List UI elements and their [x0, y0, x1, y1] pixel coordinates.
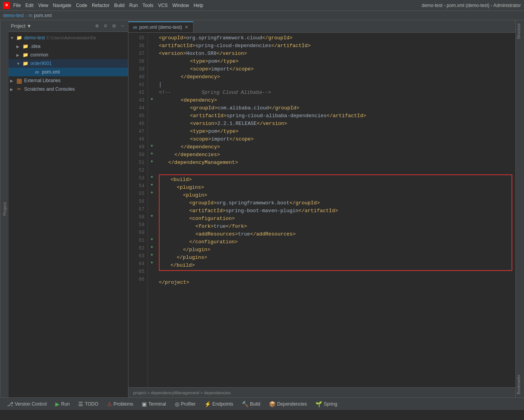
tree-label-demo-test: demo-test [24, 35, 45, 40]
code-line-65 [159, 271, 512, 279]
code-editor[interactable]: 3536373839 4041424344 4546474849 505152 … [128, 33, 515, 387]
gutter: ◆ ◆ ◆ ◆ ◆ ◆ ◆ ◆ ◆ ◆ ◆ [148, 33, 156, 387]
folder-icon: 📁 [16, 35, 23, 40]
endpoints-icon: ⚡ [204, 401, 211, 407]
expand-arrow-common: ▶ [16, 53, 22, 57]
todo-button[interactable]: ☰ TODO [74, 399, 102, 409]
code-line-46: <version>2.2.1.RELEASE</version> [159, 120, 512, 128]
menu-view[interactable]: View [38, 3, 48, 8]
locate-file-icon[interactable]: ⊕ [94, 23, 100, 29]
spring-button[interactable]: 🌱 Spring [311, 399, 341, 409]
menu-navigate[interactable]: Navigate [53, 3, 71, 8]
code-line-44: <groupId>com.alibaba.cloud</groupId> [159, 104, 512, 112]
run-icon: ▶ [55, 401, 60, 407]
bottom-bar: ⎇ Version Control ▶ Run ☰ TODO ⚠ Problem… [0, 397, 524, 410]
menu-window[interactable]: Window [172, 3, 189, 8]
project-panel-label[interactable]: Project [0, 20, 9, 397]
right-side-labels: Structure Bookmarks [515, 20, 524, 397]
menu-file[interactable]: File [13, 3, 21, 8]
code-line-37: <version>Hoxton.SR8</version> [159, 50, 512, 58]
ext-libs-icon: ▦ [16, 77, 23, 84]
code-content[interactable]: <groupId>org.springframework.cloud</grou… [156, 33, 515, 387]
code-line-63: </plugins> [161, 254, 510, 262]
tree-item-external-libs[interactable]: ▶ ▦ External Libraries [9, 76, 128, 85]
tab-pom-xml[interactable]: m pom.xml (demo-test) ✕ [128, 21, 193, 32]
close-panel-icon[interactable]: − [120, 23, 126, 29]
code-line-49: </dependency> [159, 143, 512, 151]
tree-label-pom-xml: pom.xml [42, 69, 60, 75]
version-control-button[interactable]: ⎇ Version Control [3, 399, 51, 409]
breadcrumb-separator: › [25, 13, 27, 18]
spring-icon: 🌱 [315, 401, 322, 407]
endpoints-label: Endpoints [213, 401, 233, 407]
code-line-50: </dependencies> [159, 151, 512, 159]
menu-build[interactable]: Build [114, 3, 125, 8]
tree-label-common: common [30, 52, 48, 58]
pom-file-icon: m [33, 70, 40, 74]
tree-item-common[interactable]: ▶ 📁 common [9, 51, 128, 59]
tree-item-idea[interactable]: ▶ 📁 .idea [9, 42, 128, 51]
endpoints-button[interactable]: ⚡ Endpoints [200, 399, 237, 409]
dependencies-icon: 📦 [269, 401, 276, 407]
tree-label-order9001: order9001 [30, 61, 52, 66]
code-line-53: <build> [161, 176, 510, 184]
folder-icon-common: 📁 [22, 52, 29, 58]
menu-code[interactable]: Code [76, 3, 87, 8]
tab-label: pom.xml (demo-test) [139, 25, 182, 30]
terminal-label: Terminal [148, 401, 166, 407]
menu-edit[interactable]: Edit [25, 3, 33, 8]
code-line-47: <type>pom</type> [159, 128, 512, 135]
code-line-38: <type>pom</type> [159, 58, 512, 65]
scratches-icon: ✏ [16, 86, 23, 92]
menu-tools[interactable]: Tools [142, 3, 153, 8]
breadcrumb-bar: demo-test › m pom.xml [0, 11, 524, 20]
expand-arrow: ▼ [10, 36, 16, 40]
title-bar: m File Edit View Navigate Code Refactor … [0, 0, 524, 11]
code-line-66: </project> [159, 279, 512, 286]
code-line-62: </plugin> [161, 246, 510, 254]
breadcrumb-project[interactable]: demo-test [3, 13, 24, 18]
menu-vcs[interactable]: VCS [158, 3, 168, 8]
menu-help[interactable]: Help [193, 3, 203, 8]
settings-icon[interactable]: ⚙ [111, 23, 117, 29]
editor-area: m pom.xml (demo-test) ✕ 3536373839 40414… [128, 20, 515, 397]
bookmarks-label[interactable]: Bookmarks [516, 372, 524, 397]
profiler-button[interactable]: ◎ Profiler [171, 399, 200, 409]
profiler-label: Profiler [181, 401, 196, 407]
problems-icon: ⚠ [107, 401, 112, 407]
spring-label: Spring [324, 401, 337, 407]
tree-item-demo-test[interactable]: ▼ 📁 demo-test C:\Users\Administrator\De [9, 33, 128, 42]
folder-icon-order9001: 📁 [22, 61, 29, 66]
breadcrumb-file[interactable]: pom.xml [34, 13, 51, 18]
tab-file-icon: m [133, 25, 137, 30]
tree-item-order9001[interactable]: ▼ 📁 order9001 [9, 59, 128, 68]
code-line-48: <scope>import</scope> [159, 135, 512, 143]
run-button[interactable]: ▶ Run [51, 399, 74, 409]
dependencies-button[interactable]: 📦 Dependencies [265, 399, 311, 409]
code-line-39: <scope>import</scope> [159, 65, 512, 73]
tab-close-button[interactable]: ✕ [185, 25, 188, 30]
expand-arrow-order9001: ▼ [16, 62, 22, 66]
status-breadcrumb: project > dependencyManagement > depende… [133, 390, 231, 395]
menu-bar[interactable]: File Edit View Navigate Code Refactor Bu… [13, 3, 203, 8]
code-line-64: </build> [161, 262, 510, 269]
tree-item-scratches[interactable]: ▶ ✏ Scratches and Consoles [9, 85, 128, 93]
tree-item-pom-xml[interactable]: m pom.xml [9, 68, 128, 76]
menu-refactor[interactable]: Refactor [92, 3, 109, 8]
project-tree: ▼ 📁 demo-test C:\Users\Administrator\De … [9, 32, 128, 397]
build-button[interactable]: 🔨 Build [238, 399, 264, 409]
vcs-icon: ⎇ [7, 401, 13, 407]
line-numbers: 3536373839 4041424344 4546474849 505152 … [128, 33, 148, 387]
profiler-icon: ◎ [175, 401, 179, 407]
structure-label[interactable]: Structure [516, 20, 524, 42]
terminal-button[interactable]: ▣ Terminal [138, 399, 170, 409]
code-line-56: <groupId>org.springframework.boot</group… [161, 199, 510, 207]
code-line-52 [159, 167, 512, 174]
code-line-55: <plugin> [161, 192, 510, 199]
window-title: demo-test - pom.xml (demo-test) - Admini… [422, 3, 521, 8]
problems-button[interactable]: ⚠ Problems [103, 399, 137, 409]
app-logo: m [3, 2, 10, 9]
menu-run[interactable]: Run [129, 3, 138, 8]
collapse-all-icon[interactable]: ≡ [102, 23, 109, 29]
code-line-35: <groupId>org.springframework.cloud</grou… [159, 34, 512, 42]
